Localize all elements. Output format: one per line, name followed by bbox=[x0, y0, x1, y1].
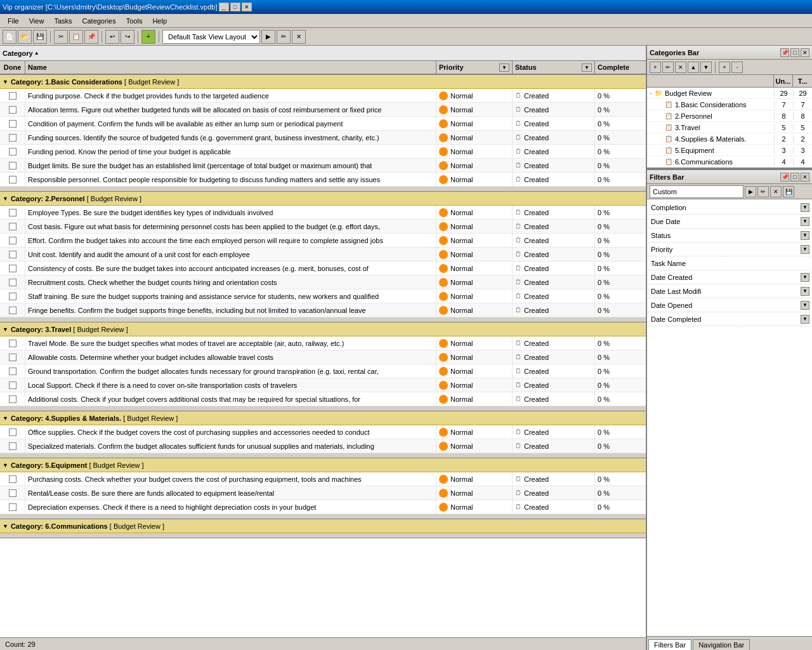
task-row[interactable]: Funding purpose. Check if the budget pro… bbox=[0, 89, 646, 103]
task-row[interactable]: Budget limits. Be sure the budget has an… bbox=[0, 159, 646, 173]
task-checkbox-4-1[interactable] bbox=[9, 489, 16, 497]
menu-categories[interactable]: Categories bbox=[77, 16, 121, 26]
task-row[interactable]: Condition of payment. Confirm the funds … bbox=[0, 117, 646, 131]
task-row[interactable]: Additional costs. Check if your budget c… bbox=[0, 392, 646, 406]
task-done-2-4[interactable] bbox=[0, 392, 25, 406]
task-checkbox-4-0[interactable] bbox=[9, 475, 16, 483]
toolbar-redo-btn[interactable]: ↪ bbox=[121, 30, 134, 44]
task-done-1-6[interactable] bbox=[0, 289, 25, 303]
task-row[interactable]: Ground transportation. Confirm the budge… bbox=[0, 364, 646, 378]
task-row[interactable]: Fringe benefits. Confirm the budget supp… bbox=[0, 303, 646, 317]
task-row[interactable]: Rental/Lease costs. Be sure there are fu… bbox=[0, 486, 646, 500]
task-row[interactable]: Purchasing costs. Check whether your bud… bbox=[0, 472, 646, 486]
cats-edit-btn[interactable]: ✏ bbox=[662, 62, 674, 73]
task-done-1-5[interactable] bbox=[0, 275, 25, 289]
task-done-0-5[interactable] bbox=[0, 159, 25, 172]
task-row[interactable]: Responsible personnel. Contact people re… bbox=[0, 173, 646, 187]
toolbar-copy-btn[interactable]: 📋 bbox=[69, 30, 83, 44]
categories-tree[interactable]: - 📁 Budget Review 29 29 📋 1.Basic Consid… bbox=[647, 88, 812, 169]
category-expand-0[interactable]: ▼ bbox=[3, 79, 8, 85]
task-checkbox-2-3[interactable] bbox=[9, 381, 16, 389]
task-checkbox-2-4[interactable] bbox=[9, 395, 16, 403]
task-done-0-6[interactable] bbox=[0, 173, 25, 186]
task-checkbox-3-1[interactable] bbox=[9, 442, 16, 450]
task-checkbox-0-2[interactable] bbox=[9, 120, 16, 128]
task-row[interactable]: Staff training. Be sure the budget suppo… bbox=[0, 289, 646, 303]
cat-tree-item-5[interactable]: 📋 5.Equipment 3 3 bbox=[647, 145, 812, 156]
task-done-1-2[interactable] bbox=[0, 234, 25, 247]
task-done-3-1[interactable] bbox=[0, 439, 25, 453]
cats-add-btn[interactable]: + bbox=[650, 62, 661, 73]
bottom-tab-1[interactable]: Navigation Bar bbox=[693, 639, 750, 650]
toolbar-undo-btn[interactable]: ↩ bbox=[105, 30, 119, 44]
task-checkbox-2-1[interactable] bbox=[9, 354, 16, 361]
task-checkbox-1-1[interactable] bbox=[9, 223, 16, 230]
task-done-0-1[interactable] bbox=[0, 103, 25, 116]
task-checkbox-3-0[interactable] bbox=[9, 428, 16, 436]
cat-tree-item-6[interactable]: 📋 6.Communications 4 4 bbox=[647, 156, 812, 168]
toolbar-cut-btn[interactable]: ✂ bbox=[54, 30, 68, 44]
cats-expand-btn[interactable]: + bbox=[719, 62, 730, 73]
cats-move-up-btn[interactable]: ▲ bbox=[688, 62, 699, 73]
toolbar-layout-edit-btn[interactable]: ✏ bbox=[277, 30, 291, 44]
filters-bar-close-btn[interactable]: ✕ bbox=[801, 173, 809, 182]
filter-clear-btn[interactable]: ✕ bbox=[770, 186, 782, 197]
cats-bar-float-btn[interactable]: □ bbox=[790, 48, 799, 57]
filter-dropdown-7[interactable]: ▼ bbox=[801, 301, 809, 310]
task-checkbox-0-3[interactable] bbox=[9, 134, 16, 142]
cats-delete-btn[interactable]: ✕ bbox=[675, 62, 686, 73]
cat-tree-item-1[interactable]: 📋 1.Basic Considerations 7 7 bbox=[647, 99, 812, 110]
category-row-0[interactable]: ▼Category: 1.Basic Considerations [ Budg… bbox=[0, 75, 646, 89]
task-done-4-1[interactable] bbox=[0, 486, 25, 500]
task-done-2-2[interactable] bbox=[0, 364, 25, 378]
title-bar-btn-min[interactable]: _ bbox=[219, 3, 229, 11]
category-row-2[interactable]: ▼Category: 3.Travel [ Budget Review ] bbox=[0, 322, 646, 336]
cat-tree-item-0[interactable]: - 📁 Budget Review 29 29 bbox=[647, 88, 812, 99]
category-row-5[interactable]: ▼Category: 6.Communications [ Budget Rev… bbox=[0, 519, 646, 533]
task-done-2-0[interactable] bbox=[0, 336, 25, 350]
col-complete-header[interactable]: Complete bbox=[595, 61, 646, 74]
menu-view[interactable]: View bbox=[24, 16, 49, 26]
toolbar-layout-select[interactable]: Default Task View Layout bbox=[162, 30, 260, 44]
filter-dropdown-2[interactable]: ▼ bbox=[801, 231, 809, 240]
task-content-area[interactable]: ▼Category: 1.Basic Considerations [ Budg… bbox=[0, 75, 646, 637]
task-done-0-4[interactable] bbox=[0, 145, 25, 158]
priority-filter-arrow[interactable]: ▼ bbox=[499, 63, 509, 72]
task-checkbox-1-2[interactable] bbox=[9, 237, 16, 244]
task-row[interactable]: Employee Types. Be sure the budget ident… bbox=[0, 206, 646, 220]
task-row[interactable]: Depreciation expenses. Check if there is… bbox=[0, 500, 646, 514]
filters-bar-pin-btn[interactable]: 📌 bbox=[780, 173, 789, 182]
filter-apply-btn[interactable]: ▶ bbox=[745, 186, 756, 197]
category-row-4[interactable]: ▼Category: 5.Equipment [ Budget Review ] bbox=[0, 458, 646, 472]
menu-file[interactable]: File bbox=[3, 16, 24, 26]
cats-bar-close-btn[interactable]: ✕ bbox=[801, 48, 809, 57]
task-checkbox-0-6[interactable] bbox=[9, 176, 16, 183]
task-done-1-4[interactable] bbox=[0, 262, 25, 275]
task-done-2-1[interactable] bbox=[0, 350, 25, 364]
title-bar-btn-max[interactable]: □ bbox=[230, 3, 240, 11]
task-row[interactable]: Unit cost. Identify and audit the amount… bbox=[0, 248, 646, 262]
category-expand-1[interactable]: ▼ bbox=[3, 196, 8, 202]
task-row[interactable]: Specialized materials. Confirm the budge… bbox=[0, 439, 646, 453]
category-expand-5[interactable]: ▼ bbox=[3, 523, 8, 529]
task-done-0-3[interactable] bbox=[0, 131, 25, 144]
cat-tree-item-3[interactable]: 📋 3.Travel 5 5 bbox=[647, 122, 812, 133]
category-expand-4[interactable]: ▼ bbox=[3, 462, 8, 468]
filters-bar-float-btn[interactable]: □ bbox=[790, 173, 799, 182]
task-row[interactable]: Funding period. Know the period of time … bbox=[0, 145, 646, 159]
task-done-1-0[interactable] bbox=[0, 206, 25, 219]
task-done-0-0[interactable] bbox=[0, 89, 25, 102]
task-checkbox-2-0[interactable] bbox=[9, 340, 16, 347]
task-done-1-1[interactable] bbox=[0, 220, 25, 233]
menu-help[interactable]: Help bbox=[147, 16, 172, 26]
task-checkbox-0-0[interactable] bbox=[9, 92, 16, 100]
cat-tree-item-4[interactable]: 📋 4.Supplies & Materials. 2 2 bbox=[647, 133, 812, 145]
filter-dropdown-8[interactable]: ▼ bbox=[801, 315, 809, 324]
task-row[interactable]: Consistency of costs. Be sure the budget… bbox=[0, 262, 646, 275]
task-row[interactable]: Office supplies. Check if the budget cov… bbox=[0, 425, 646, 439]
task-row[interactable]: Travel Mode. Be sure the budget specifie… bbox=[0, 336, 646, 350]
filter-dropdown-0[interactable]: ▼ bbox=[801, 203, 809, 212]
task-checkbox-1-4[interactable] bbox=[9, 265, 16, 272]
filter-dropdown-1[interactable]: ▼ bbox=[801, 217, 809, 226]
task-done-1-3[interactable] bbox=[0, 248, 25, 261]
